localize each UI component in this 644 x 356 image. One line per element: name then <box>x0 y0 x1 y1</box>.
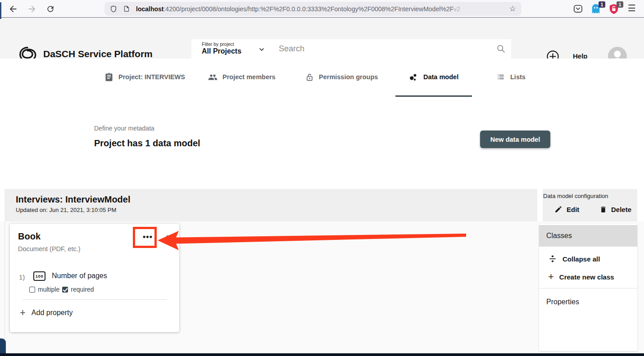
model-sidebar: Classes Collapse all + Create new class … <box>539 224 637 351</box>
delete-data-model-button[interactable]: Delete <box>599 205 631 214</box>
tab-label: Project members <box>222 73 276 81</box>
property-index: 1) <box>19 273 25 281</box>
tab-permission-groups[interactable]: Permission groups <box>305 59 378 95</box>
app-title: DaSCH Service Platform <box>43 49 153 59</box>
multiple-checkbox[interactable] <box>29 287 35 293</box>
overview-subtitle: Define your metadata <box>94 125 154 132</box>
chevron-up-icon <box>162 233 173 242</box>
account-pocket-icon[interactable] <box>573 4 584 14</box>
tab-project-info[interactable]: Project: INTERVIEWS <box>104 59 185 95</box>
new-data-model-button[interactable]: New data model <box>480 131 550 148</box>
tab-label: Lists <box>510 73 526 81</box>
reload-icon <box>46 5 55 14</box>
browser-back-button[interactable] <box>7 3 19 15</box>
edit-label: Edit <box>567 206 579 213</box>
bookmark-star-icon[interactable]: ☆ <box>509 4 516 14</box>
search-panel: Filter by project All Projects <box>191 39 511 59</box>
edit-data-model-button[interactable]: Edit <box>554 205 579 213</box>
data-model-editor: Book Document (PDF, etc.) ••• 1) 100 Num… <box>0 221 644 353</box>
bubble-chart-icon <box>409 72 418 82</box>
search-input[interactable] <box>272 39 511 59</box>
create-new-class-button[interactable]: + Create new class <box>539 268 637 286</box>
data-model-config-panel: Data model configuration Edit Delete <box>543 189 637 221</box>
browser-menu-icon[interactable]: ☰ <box>628 3 636 14</box>
data-model-header: Interviews: InterviewModel Updated on: J… <box>5 189 537 221</box>
url-text: localhost:4200/project/0008/ontologies/h… <box>136 5 506 13</box>
browser-reload-button[interactable] <box>45 3 56 15</box>
people-icon <box>208 72 218 82</box>
forward-arrow-icon <box>27 4 37 14</box>
sidebar-section-properties[interactable]: Properties <box>539 292 637 312</box>
divider <box>539 288 637 288</box>
tab-data-model[interactable]: Data model <box>395 59 472 97</box>
extension-badge: 1 <box>599 1 605 8</box>
class-more-menu-button[interactable]: ••• <box>137 230 159 244</box>
app-window: localhost:4200/project/0008/ontologies/h… <box>0 0 644 356</box>
add-property-label: Add property <box>32 309 73 317</box>
data-model-title: Interviews: InterviewModel <box>16 194 537 205</box>
pencil-icon <box>554 205 562 213</box>
extension-badge: 1 <box>617 1 623 8</box>
data-models-overview: Define your metadata Project has 1 data … <box>0 97 644 189</box>
vertical-collapse-icon <box>548 254 557 263</box>
project-filter-dropdown[interactable]: Filter by project All Projects <box>191 39 272 59</box>
class-subtitle: Document (PDF, etc.) <box>18 245 81 252</box>
browser-toolbar: localhost:4200/project/0008/ontologies/h… <box>0 0 644 18</box>
divider <box>23 299 167 300</box>
create-new-class-label: Create new class <box>559 273 614 281</box>
shield-permissions-icon[interactable] <box>110 5 117 13</box>
tab-project-members[interactable]: Project members <box>208 59 276 95</box>
back-arrow-icon <box>8 4 18 14</box>
address-bar[interactable]: localhost:4200/project/0008/ontologies/h… <box>104 2 522 16</box>
ghostery-extension-icon[interactable]: 1 <box>591 4 602 14</box>
required-checkbox[interactable] <box>62 287 68 293</box>
tab-label: Project: INTERVIEWS <box>118 73 185 81</box>
multiple-label: multiple <box>38 286 59 293</box>
security-extension-icon[interactable]: 1 <box>609 4 620 14</box>
add-property-button[interactable]: + Add property <box>20 308 73 317</box>
search-icon[interactable] <box>496 44 506 55</box>
window-edge-decoration <box>0 2 1 19</box>
integer-icon: 100 <box>33 271 45 281</box>
tab-label: Data model <box>423 73 458 81</box>
overview-title: Project has 1 data model <box>94 138 200 149</box>
trash-icon <box>599 205 607 214</box>
page-info-icon[interactable] <box>123 5 130 13</box>
plus-icon: + <box>548 273 554 281</box>
content-border <box>5 221 5 353</box>
data-model-updated-timestamp: Updated on: Jun 21, 2021, 3:10:05 PM <box>16 207 537 213</box>
window-bottom-edge <box>0 353 644 356</box>
tab-lists[interactable]: Lists <box>496 59 526 95</box>
list-icon <box>496 72 505 81</box>
tab-label: Permission groups <box>319 73 378 81</box>
required-label: required <box>71 286 94 293</box>
collapse-class-button[interactable] <box>162 233 173 242</box>
class-title: Book <box>18 231 41 242</box>
chevron-down-icon <box>258 46 265 55</box>
delete-label: Delete <box>611 206 631 213</box>
property-label[interactable]: Number of pages <box>52 272 107 280</box>
lock-icon <box>305 72 314 82</box>
project-tab-bar: Project: INTERVIEWS Project members Perm… <box>0 59 644 97</box>
plus-icon: + <box>20 308 26 317</box>
property-flags: multiple required <box>29 286 94 293</box>
class-card-book: Book Document (PDF, etc.) ••• 1) 100 Num… <box>10 224 179 332</box>
collapse-all-button[interactable]: Collapse all <box>539 250 637 268</box>
collapse-all-label: Collapse all <box>562 255 600 263</box>
app-header: DaSCH Service Platform v4.10.1 Filter by… <box>0 19 644 59</box>
clipboard-icon <box>104 72 113 81</box>
browser-forward-button[interactable] <box>26 3 38 15</box>
sidebar-section-classes[interactable]: Classes <box>539 225 637 247</box>
config-panel-label: Data model configuration <box>543 193 608 199</box>
